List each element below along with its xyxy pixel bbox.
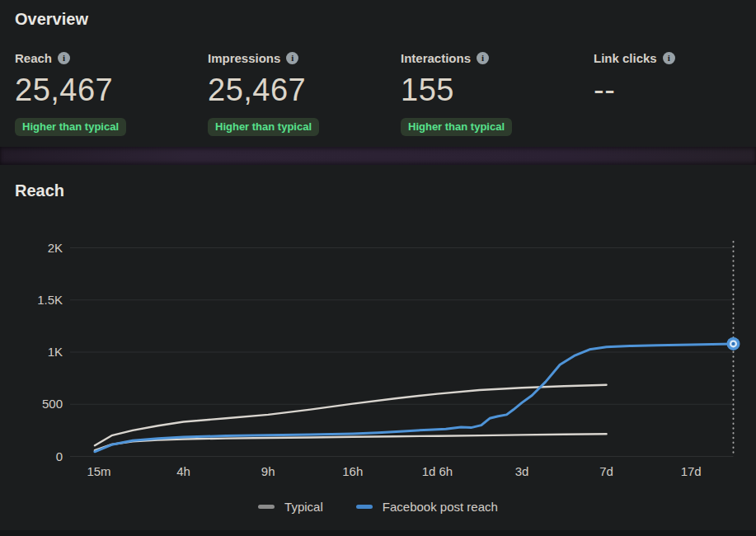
metric-value: 25,467 bbox=[15, 73, 208, 108]
metric-value: -- bbox=[594, 73, 756, 108]
x-tick-label: 3d bbox=[515, 464, 529, 478]
typical-line-swatch bbox=[258, 505, 275, 509]
insights-page: Overview Reach i 25,467 Higher than typi… bbox=[0, 0, 756, 536]
y-tick-label: 2K bbox=[48, 241, 63, 255]
x-tick-label: 9h bbox=[261, 464, 275, 478]
legend-item-facebook-post-reach[interactable]: Facebook post reach bbox=[356, 500, 498, 514]
legend-label: Typical bbox=[284, 500, 323, 514]
higher-than-typical-badge: Higher than typical bbox=[208, 118, 319, 136]
info-icon[interactable]: i bbox=[477, 52, 489, 64]
endpoint-marker[interactable] bbox=[731, 342, 735, 346]
section-divider bbox=[0, 147, 756, 165]
x-tick-label: 17d bbox=[681, 464, 702, 478]
info-icon[interactable]: i bbox=[286, 52, 298, 64]
x-tick-label: 4h bbox=[176, 464, 190, 478]
y-tick-label: 0 bbox=[56, 449, 63, 463]
reach-line-swatch bbox=[356, 505, 373, 509]
metric-card-reach: Reach i 25,467 Higher than typical bbox=[15, 49, 208, 136]
info-icon[interactable]: i bbox=[663, 52, 675, 64]
metrics-row: Reach i 25,467 Higher than typical Impre… bbox=[15, 49, 756, 136]
metric-label: Link clicks bbox=[594, 51, 657, 65]
metric-card-interactions: Interactions i 155 Higher than typical bbox=[401, 49, 594, 136]
higher-than-typical-badge: Higher than typical bbox=[15, 118, 126, 136]
higher-than-typical-badge: Higher than typical bbox=[401, 118, 512, 136]
x-tick-label: 15m bbox=[87, 464, 110, 478]
metric-value: 155 bbox=[401, 73, 594, 108]
reach-section-title: Reach bbox=[15, 181, 64, 200]
metric-value: 25,467 bbox=[208, 73, 401, 108]
metric-label: Impressions bbox=[208, 51, 280, 65]
y-tick-label: 1K bbox=[48, 345, 63, 359]
x-tick-label: 16h bbox=[342, 464, 363, 478]
chart-legend: Typical Facebook post reach bbox=[0, 500, 756, 514]
series-typical-lower bbox=[95, 434, 607, 450]
x-tick-label: 7d bbox=[599, 464, 613, 478]
metric-card-impressions: Impressions i 25,467 Higher than typical bbox=[208, 49, 401, 136]
bottom-edge-strip bbox=[0, 530, 756, 536]
metric-label: Reach bbox=[15, 51, 52, 65]
metric-card-link-clicks: Link clicks i -- bbox=[594, 49, 756, 136]
metric-label: Interactions bbox=[401, 51, 471, 65]
info-icon[interactable]: i bbox=[58, 52, 70, 64]
x-tick-label: 1d 6h bbox=[422, 464, 453, 478]
y-tick-label: 500 bbox=[42, 397, 63, 411]
overview-section-title: Overview bbox=[15, 10, 88, 29]
legend-item-typical[interactable]: Typical bbox=[258, 500, 323, 514]
reach-chart[interactable]: 05001K1.5K2K15m4h9h16h1d 6h3d7d17d bbox=[0, 231, 756, 495]
y-tick-label: 1.5K bbox=[37, 293, 63, 307]
legend-label: Facebook post reach bbox=[383, 500, 498, 514]
